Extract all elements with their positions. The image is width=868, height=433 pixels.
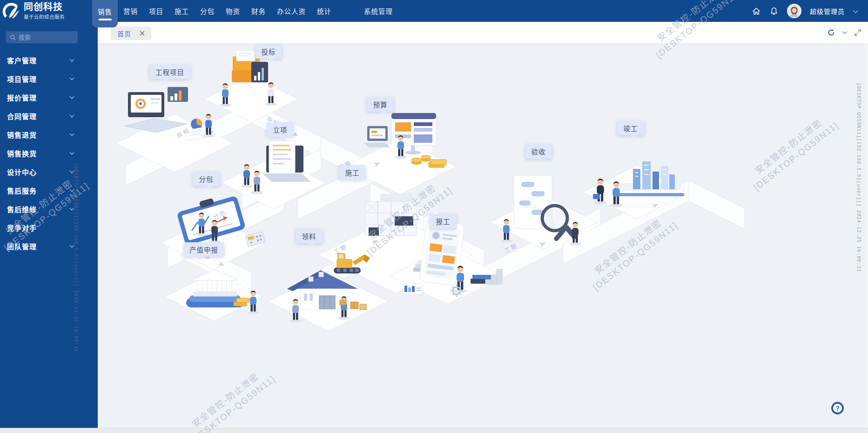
- nav-item-subcontract[interactable]: 分包: [195, 0, 220, 22]
- brand-title: 同创科技: [24, 2, 65, 12]
- flow-node-output-declaration[interactable]: 产值申报: [183, 242, 224, 257]
- tab-menu-caret-icon[interactable]: [841, 29, 848, 36]
- nav-item-finance[interactable]: 财务: [246, 0, 271, 22]
- refresh-icon[interactable]: [827, 28, 835, 37]
- flow-node-acceptance[interactable]: 验收: [525, 144, 552, 159]
- horizontal-scrollbar[interactable]: [0, 428, 868, 433]
- tab-bar: 首页: [98, 22, 868, 43]
- sidebar-item-project-mgmt[interactable]: 项目管理: [0, 69, 98, 88]
- flow-node-bidding[interactable]: 投标: [256, 44, 282, 59]
- brand: 同创科技 基于云的综合服务: [0, 0, 98, 22]
- brand-subtitle: 基于云的综合服务: [24, 13, 65, 20]
- chevron-down-icon: [70, 187, 74, 192]
- chevron-down-icon: [70, 113, 74, 118]
- help-button[interactable]: ?: [831, 402, 844, 414]
- home-icon[interactable]: [752, 7, 761, 16]
- chevron-down-icon: [70, 169, 74, 173]
- user-avatar[interactable]: [787, 4, 801, 18]
- sidebar-item-customer-mgmt[interactable]: 客户管理: [0, 51, 98, 69]
- flow-node-subcontract[interactable]: 分包: [193, 172, 220, 186]
- nav-item-sales[interactable]: 销售: [92, 0, 118, 27]
- nav-item-project[interactable]: 项目: [143, 0, 169, 22]
- active-underline: [99, 19, 112, 20]
- fullscreen-icon[interactable]: [854, 29, 861, 36]
- nav-item-marketing[interactable]: 营销: [118, 0, 143, 22]
- chevron-down-icon: [70, 206, 74, 211]
- chevron-down-icon: [70, 243, 74, 248]
- sidebar-item-aftersales-repair[interactable]: 售后维修: [0, 200, 98, 218]
- nav-item-statistics[interactable]: 统计: [311, 0, 337, 22]
- user-menu-caret-icon[interactable]: [853, 7, 858, 13]
- flow-node-work-report[interactable]: 报工: [430, 214, 457, 228]
- flow-node-budget[interactable]: 预算: [367, 97, 394, 112]
- nav-item-system[interactable]: 系统管理: [358, 0, 398, 22]
- briefcase-icon: [593, 194, 600, 199]
- flow-node-material-requisition[interactable]: 领料: [296, 229, 323, 243]
- sidebar-item-sales-exchange[interactable]: 销售换货: [0, 144, 98, 162]
- process-illustration: [98, 43, 864, 428]
- flow-node-construction[interactable]: 施工: [339, 165, 366, 180]
- tab-home[interactable]: 首页: [111, 27, 151, 40]
- app-window: 同创科技 基于云的综合服务 销售 营销 项目 施工 分包 物资 财务 办公人资 …: [0, 0, 868, 433]
- sidebar-search[interactable]: [6, 31, 78, 43]
- sidebar-item-contract-mgmt[interactable]: 合同管理: [0, 107, 98, 125]
- sidebar-item-quote-mgmt[interactable]: 报价管理: [0, 88, 98, 107]
- flow-node-initiation[interactable]: 立项: [267, 122, 294, 137]
- nav-item-construction[interactable]: 施工: [169, 0, 195, 22]
- main-content: 工程项目 投标 预算 立项 施工 分包 领料 产值申报 报工 验收 竣工 投标 …: [98, 43, 864, 428]
- nav-item-hr[interactable]: 办公人资: [271, 0, 311, 22]
- flow-node-completion[interactable]: 竣工: [618, 121, 644, 135]
- chevron-down-icon: [70, 57, 74, 62]
- flow-node-engineering-project[interactable]: 工程项目: [149, 65, 190, 79]
- sidebar-menu: 客户管理 项目管理 报价管理 合同管理 销售退货 销售换货 设计中心 售后服务 …: [0, 51, 98, 255]
- tab-close-icon[interactable]: [140, 31, 145, 36]
- sidebar: 客户管理 项目管理 报价管理 合同管理 销售退货 销售换货 设计中心 售后服务 …: [0, 22, 98, 428]
- chevron-down-icon: [70, 150, 74, 155]
- search-icon: [10, 34, 16, 40]
- header: 同创科技 基于云的综合服务 销售 营销 项目 施工 分包 物资 财务 办公人资 …: [0, 0, 868, 22]
- chevron-down-icon: [70, 94, 74, 99]
- logo-icon: [2, 2, 21, 20]
- sidebar-item-sales-return[interactable]: 销售退货: [0, 125, 98, 144]
- chevron-down-icon: [70, 76, 74, 80]
- notification-bell-icon[interactable]: [769, 7, 779, 16]
- tab-label: 首页: [117, 29, 131, 38]
- nav-item-materials[interactable]: 物资: [220, 0, 246, 22]
- report-sheet-icon: [403, 284, 423, 294]
- chevron-down-icon: [70, 132, 74, 136]
- user-name[interactable]: 超级管理员: [810, 7, 845, 16]
- sidebar-item-competitors[interactable]: 竞争对手: [0, 218, 98, 237]
- sidebar-item-aftersales-service[interactable]: 售后服务: [0, 181, 98, 200]
- search-input[interactable]: [19, 34, 74, 41]
- sidebar-item-design-center[interactable]: 设计中心: [0, 162, 98, 181]
- top-navigation: 销售 营销 项目 施工 分包 物资 财务 办公人资 统计 系统管理: [92, 0, 398, 22]
- sidebar-item-team-mgmt[interactable]: 团队管理: [0, 237, 98, 255]
- avatar-image: [787, 4, 801, 18]
- vertical-scrollbar[interactable]: [864, 43, 868, 428]
